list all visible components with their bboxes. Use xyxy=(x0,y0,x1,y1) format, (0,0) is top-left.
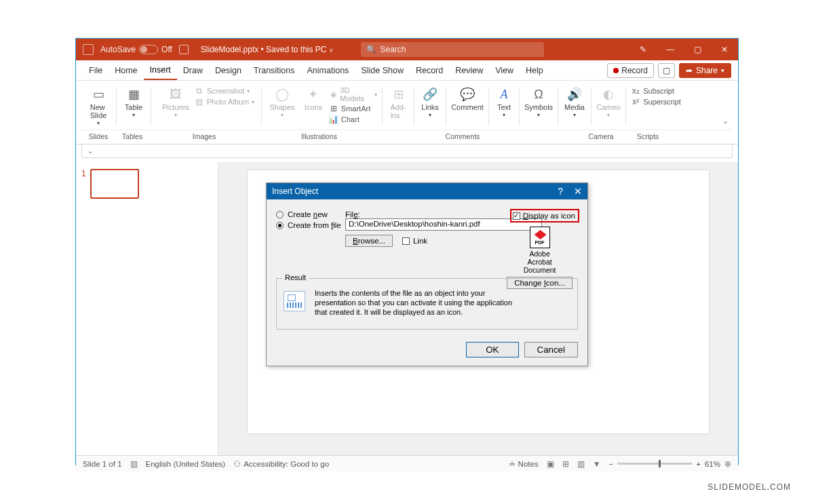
minimize-button[interactable]: — xyxy=(657,39,684,60)
icons-icon: ✦ xyxy=(305,87,322,102)
dialog-close-button[interactable]: ✕ xyxy=(574,186,582,197)
addins-button[interactable]: ⊞Add- ins xyxy=(384,85,412,121)
normal-view-icon[interactable]: ▣ xyxy=(547,459,554,469)
insert-object-dialog: Insert Object ? ✕ Create new xyxy=(266,182,588,366)
language-status[interactable]: English (United States) xyxy=(146,460,226,468)
menubar: File Home Insert Draw Design Transitions… xyxy=(76,60,738,81)
document-title[interactable]: SlideModel.pptx • Saved to this PC∨ xyxy=(201,45,334,54)
3dmodels-button[interactable]: ◈3D Models ▾ xyxy=(329,86,377,102)
group-label-comments: Comments xyxy=(442,130,484,144)
new-slide-icon: ▭ xyxy=(90,87,107,102)
ok-button[interactable]: OK xyxy=(466,342,518,357)
pen-icon[interactable]: ✎ xyxy=(629,39,657,60)
text-button[interactable]: AText▾ xyxy=(490,85,518,120)
browse-button[interactable]: Browse... xyxy=(345,235,393,247)
save-icon[interactable] xyxy=(179,45,189,54)
icon-caption: Adobe Acrobat Document xyxy=(507,250,573,274)
photo-album-icon: ▤ xyxy=(195,97,204,106)
subscript-button[interactable]: x₂Subscript xyxy=(631,86,681,96)
spellcheck-icon[interactable]: ▥ xyxy=(130,459,138,469)
tab-record[interactable]: Record xyxy=(410,60,449,80)
link-checkbox[interactable]: Link xyxy=(402,237,427,245)
shapes-button[interactable]: ◯Shapes▾ xyxy=(267,85,298,120)
ribbon-collapse-bar[interactable]: ⌄ xyxy=(81,144,733,158)
autosave-label: AutoSave xyxy=(100,45,136,54)
shapes-icon: ◯ xyxy=(273,87,291,102)
table-button[interactable]: ▦Table▾ xyxy=(119,85,148,120)
new-slide-button[interactable]: ▭New Slide▾ xyxy=(84,85,113,128)
checkbox-icon xyxy=(402,237,410,245)
display-as-icon-checkbox[interactable]: Display as icon xyxy=(510,209,579,222)
toggle-icon xyxy=(139,45,158,54)
links-button[interactable]: 🔗Links▾ xyxy=(416,85,444,120)
thumbnail-pane[interactable]: 1 xyxy=(76,162,218,455)
screenshot-icon: ⧉ xyxy=(195,86,204,96)
symbols-button[interactable]: ΩSymbols▾ xyxy=(520,85,557,120)
superscript-icon: x² xyxy=(631,97,640,106)
zoom-in-icon[interactable]: + xyxy=(696,460,701,468)
dialog-titlebar[interactable]: Insert Object ? ✕ xyxy=(267,183,587,199)
accessibility-icon: ⚇ xyxy=(233,459,241,469)
symbols-icon: Ω xyxy=(530,87,547,102)
slideshow-view-icon[interactable]: ▼ xyxy=(593,459,601,469)
accessibility-status[interactable]: ⚇Accessibility: Good to go xyxy=(233,459,329,469)
comment-icon: 💬 xyxy=(459,87,476,102)
pictures-button[interactable]: 🖼Pictures▾ xyxy=(158,85,193,120)
group-label-camera: Camera xyxy=(584,130,618,144)
group-label-slides: Slides xyxy=(81,130,115,144)
tab-file[interactable]: File xyxy=(83,60,109,80)
tab-insert[interactable]: Insert xyxy=(144,60,177,80)
reading-view-icon[interactable]: ▥ xyxy=(577,459,585,469)
sorter-view-icon[interactable]: ⊞ xyxy=(562,459,569,469)
chart-button[interactable]: 📊Chart xyxy=(329,115,377,124)
group-label-illustrations: Illustrations xyxy=(259,130,379,144)
ribbon-expand-icon[interactable]: ⌄ xyxy=(722,83,733,130)
app-icon xyxy=(83,44,94,55)
radio-create-from-file[interactable]: Create from file xyxy=(276,221,343,229)
icons-button[interactable]: ✦Icons xyxy=(299,85,328,113)
record-button[interactable]: Record xyxy=(607,63,654,78)
close-button[interactable]: ✕ xyxy=(711,39,738,60)
zoom-slider[interactable]: − + 61% ⊕ xyxy=(609,459,731,469)
photo-album-button[interactable]: ▤Photo Album ▾ xyxy=(195,97,254,106)
search-input[interactable]: 🔍 Search xyxy=(361,42,544,57)
autosave-toggle[interactable]: AutoSave Off xyxy=(100,45,172,54)
share-button[interactable]: ➦Share▾ xyxy=(679,63,731,78)
tab-help[interactable]: Help xyxy=(520,60,549,80)
comment-button[interactable]: 💬Comment xyxy=(447,85,488,113)
result-text: Inserts the contents of the file as an o… xyxy=(315,288,518,317)
checkbox-icon xyxy=(513,212,520,220)
tab-draw[interactable]: Draw xyxy=(177,60,209,80)
slide-counter[interactable]: Slide 1 of 1 xyxy=(83,460,122,468)
tab-design[interactable]: Design xyxy=(209,60,248,80)
group-label-images: Images xyxy=(149,130,259,144)
tab-home[interactable]: Home xyxy=(109,60,143,80)
zoom-level[interactable]: 61% xyxy=(705,460,720,468)
workspace: 1 Insert Object ? ✕ Creat xyxy=(76,162,738,455)
fit-icon[interactable]: ⊕ xyxy=(724,459,731,469)
search-icon: 🔍 xyxy=(366,45,376,54)
slide-canvas[interactable]: Insert Object ? ✕ Create new xyxy=(218,162,738,455)
slide-thumbnail[interactable] xyxy=(90,169,139,199)
tab-transitions[interactable]: Transitions xyxy=(248,60,301,80)
cameo-button[interactable]: ◐Cameo▾ xyxy=(592,85,624,120)
tab-view[interactable]: View xyxy=(489,60,520,80)
media-button[interactable]: 🔊Media▾ xyxy=(560,85,589,120)
zoom-out-icon[interactable]: − xyxy=(609,460,614,468)
tab-animations[interactable]: Animations xyxy=(301,60,355,80)
superscript-button[interactable]: x²Superscript xyxy=(631,97,681,106)
titlebar: AutoSave Off SlideModel.pptx • Saved to … xyxy=(76,39,738,60)
tab-review[interactable]: Review xyxy=(449,60,489,80)
autosave-state: Off xyxy=(161,45,172,54)
screenshot-button[interactable]: ⧉Screenshot ▾ xyxy=(195,86,254,96)
notes-button[interactable]: ≐ Notes xyxy=(509,459,538,469)
cancel-button[interactable]: Cancel xyxy=(524,342,579,357)
help-button[interactable]: ? xyxy=(558,186,563,197)
maximize-button[interactable]: ▢ xyxy=(684,39,711,60)
dialog-title: Insert Object xyxy=(272,187,318,196)
smartart-button[interactable]: ⊞SmartArt xyxy=(329,104,377,113)
tab-slideshow[interactable]: Slide Show xyxy=(355,60,410,80)
slider-track[interactable] xyxy=(617,463,692,465)
present-button[interactable]: ▢ xyxy=(658,63,675,78)
radio-create-new[interactable]: Create new xyxy=(276,210,343,218)
